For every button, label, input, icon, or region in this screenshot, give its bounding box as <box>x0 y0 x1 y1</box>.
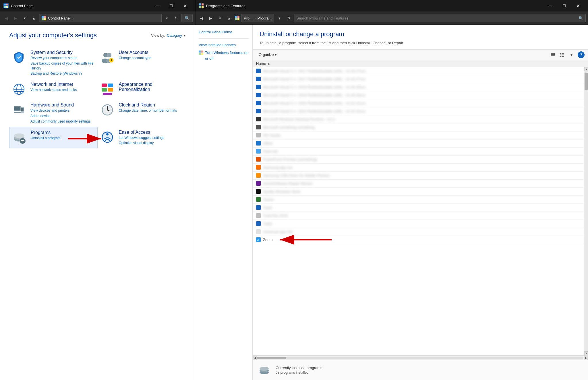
svg-rect-6 <box>42 18 44 20</box>
list-item[interactable]: Office <box>253 139 584 148</box>
list-item[interactable]: Paint.net <box>253 148 584 156</box>
system-security-link-1[interactable]: Save backup copies of your files with Fi… <box>30 61 95 71</box>
pf-home-link[interactable]: Control Panel Home <box>199 29 249 35</box>
pf-dropdown-btn[interactable]: ▾ <box>216 14 224 22</box>
cp-back-btn[interactable]: ◀ <box>2 14 10 22</box>
hardware-title[interactable]: Hardware and Sound <box>30 102 90 108</box>
list-view-btn[interactable] <box>549 51 557 58</box>
network-link-0[interactable]: View network status and tasks <box>30 88 77 92</box>
user-accounts-link-0[interactable]: Change account type <box>119 56 151 61</box>
system-security-content: System and Security Review your computer… <box>30 50 95 76</box>
help-btn[interactable]: ? <box>578 51 585 58</box>
h-scroll-right-btn[interactable]: ▶ <box>584 356 588 360</box>
cp-up-btn[interactable]: ▲ <box>30 14 38 22</box>
pf-view-updates-link[interactable]: View installed updates <box>199 42 236 48</box>
list-item[interactable]: Microsoft Visual C++ 2017 Redistributabl… <box>253 67 584 75</box>
svg-rect-57 <box>551 53 555 54</box>
cp-window-icon <box>3 3 9 8</box>
ease-link-1[interactable]: Optimize visual display <box>119 141 165 146</box>
cp-address-box[interactable]: Control Panel › <box>39 14 162 22</box>
network-title[interactable]: Network and Internet <box>30 82 77 87</box>
cp-maximize-btn[interactable]: □ <box>165 0 178 11</box>
program-name: Microsoft something something <box>263 125 581 129</box>
pf-search-box[interactable]: Search Programs and Features 🔍 <box>294 14 586 22</box>
h-scroll-thumb[interactable] <box>257 357 286 359</box>
hardware-content: Hardware and Sound View devices and prin… <box>30 102 90 124</box>
user-accounts-title[interactable]: User Accounts <box>119 50 151 55</box>
list-item[interactable]: Microsoft Visual C++ 2019 Redistributabl… <box>253 91 584 99</box>
pf-address-box[interactable]: Pro... › Progra... <box>241 14 274 22</box>
scrollbar-thumb[interactable] <box>585 73 588 90</box>
view-by-value[interactable]: Category <box>167 33 182 38</box>
clock-link-0[interactable]: Change date, time, or number formats <box>119 108 177 113</box>
list-item[interactable]: Toast <box>253 204 584 212</box>
pf-forward-btn[interactable]: ▶ <box>207 14 215 22</box>
list-item[interactable]: Microsoft Windows Desktop Runtime - 6.0.… <box>253 115 584 123</box>
h-scroll-left-btn[interactable]: ◀ <box>253 356 257 360</box>
list-item[interactable]: Twilio <box>253 220 584 228</box>
list-item[interactable]: Microsoft Visual C++ 2022 Redistributabl… <box>253 99 584 107</box>
cp-minimize-btn[interactable]: ─ <box>151 0 164 11</box>
pf-back-btn[interactable]: ◀ <box>198 14 206 22</box>
list-item[interactable]: Spotify Windows Store <box>253 188 584 196</box>
pf-status-bar: Currently installed programs 63 programs… <box>253 360 588 380</box>
hardware-link-1[interactable]: Add a device <box>30 114 90 119</box>
hardware-link-2[interactable]: Adjust commonly used mobility settings <box>30 119 90 124</box>
list-item[interactable]: Microsoft Visual C++ 2019 Redistributabl… <box>253 83 584 91</box>
system-security-title[interactable]: System and Security <box>30 50 95 55</box>
cp-titlebar: Control Panel ─ □ ✕ <box>0 0 195 11</box>
category-network: Network and Internet View network status… <box>9 79 98 100</box>
pf-close-btn[interactable]: ✕ <box>571 0 585 11</box>
list-item[interactable]: Teams <box>253 196 584 204</box>
pf-minimize-btn[interactable]: ─ <box>544 0 557 11</box>
cp-close-btn[interactable]: ✕ <box>178 0 192 11</box>
organize-btn[interactable]: Organize ▾ <box>256 51 279 58</box>
list-item[interactable]: SomeSoftware Repair Wizard <box>253 180 584 188</box>
programs-uninstall-link[interactable]: Uninstall a program <box>31 136 61 141</box>
details-view-btn[interactable] <box>558 51 566 58</box>
svg-rect-1 <box>6 4 8 5</box>
scrollbar-up-btn[interactable]: ▲ <box>584 67 588 71</box>
programs-title[interactable]: Programs <box>31 130 61 135</box>
view-dropdown-btn[interactable]: ▾ <box>567 51 575 58</box>
hardware-link-0[interactable]: View devices and printers <box>30 108 90 113</box>
cp-dropdown-btn[interactable]: ▾ <box>21 14 29 22</box>
svg-rect-65 <box>562 56 564 57</box>
zoom-list-item[interactable]: Z Zoom <box>253 236 584 244</box>
cp-refresh-btn[interactable]: ↻ <box>172 14 180 22</box>
svg-rect-59 <box>551 55 555 56</box>
col-name-label: Name <box>256 61 266 66</box>
list-item[interactable]: TurboTax 2019 <box>253 212 584 220</box>
list-item[interactable]: Oh! Studio <box>253 131 584 139</box>
categories-grid: System and Security Review your computer… <box>9 47 186 148</box>
pf-address-icon <box>234 15 240 21</box>
category-clock: Clock and Region Change date, time, or n… <box>98 100 186 127</box>
system-security-link-2[interactable]: Backup and Restore (Windows 7) <box>30 71 95 76</box>
cp-forward-btn[interactable]: ▶ <box>11 14 20 22</box>
clock-icon <box>100 102 115 117</box>
ease-link-0[interactable]: Let Windows suggest settings <box>119 135 165 140</box>
appearance-title[interactable]: Appearance and Personalization <box>119 82 184 92</box>
scrollbar-down-btn[interactable]: ▼ <box>584 351 588 355</box>
pf-refresh-btn[interactable]: ↻ <box>285 14 293 22</box>
list-item[interactable]: Microsoft Visual C++ 2022 Redistributabl… <box>253 107 584 115</box>
pf-dropdown2-btn[interactable]: ▾ <box>275 14 283 22</box>
cp-dropdown2-btn[interactable]: ▾ <box>163 14 171 22</box>
pf-maximize-btn[interactable]: □ <box>558 0 571 11</box>
ease-title[interactable]: Ease of Access <box>119 130 165 135</box>
list-item[interactable]: PowerPoint Preview (something) <box>253 156 584 164</box>
col-name-header[interactable]: Name ▲ <box>256 61 585 66</box>
list-item[interactable]: Microsoft something something <box>253 123 584 131</box>
list-item[interactable]: Samsung app xxx <box>253 164 584 172</box>
program-name: Microsoft Visual C++ 2019 Redistributabl… <box>263 93 581 97</box>
system-security-link-0[interactable]: Review your computer's status <box>30 56 95 61</box>
pf-windows-features-link[interactable]: Turn Windows features on or off <box>205 50 249 61</box>
svg-rect-61 <box>562 53 564 54</box>
program-name: Toast <box>263 205 581 210</box>
list-item[interactable]: Samsung USB Driver for Mobile Phones <box>253 172 584 180</box>
clock-title[interactable]: Clock and Region <box>119 102 177 108</box>
details-view-icon <box>560 53 564 57</box>
pf-up-btn[interactable]: ▲ <box>225 14 233 22</box>
list-item[interactable]: Microsoft Visual C++ 2017 Redistributabl… <box>253 75 584 83</box>
cp-search-box[interactable]: 🔍 <box>181 14 193 22</box>
